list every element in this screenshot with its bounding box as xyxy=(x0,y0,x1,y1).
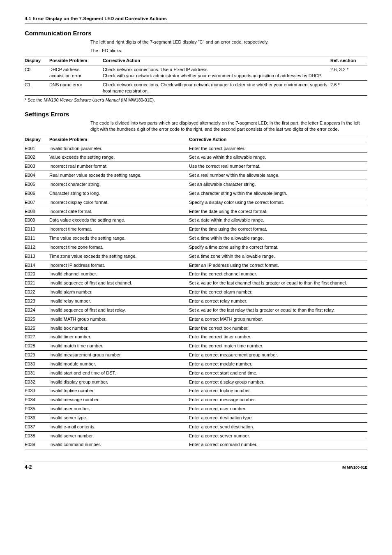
table-cell: Invalid tripline number. xyxy=(49,386,189,395)
table-cell: E034 xyxy=(25,395,49,405)
table-cell: Set a real number within the allowable r… xyxy=(189,171,367,180)
table-row: E036Invalid server type.Enter a correct … xyxy=(25,413,367,422)
table-row: E024Invalid sequence of first and last r… xyxy=(25,305,367,314)
table-cell: Specify a display color using the correc… xyxy=(189,198,367,207)
table-row: E029Invalid measurement group number.Ent… xyxy=(25,351,367,360)
table-cell: Invalid display group number. xyxy=(49,377,189,386)
table-cell: Time value exceeds the setting range. xyxy=(49,234,189,243)
table-cell: Incorrect date format. xyxy=(49,207,189,216)
table-cell: Enter a correct relay number. xyxy=(189,296,367,305)
table-cell: Enter the time using the correct format. xyxy=(189,225,367,234)
table-row: E011Time value exceeds the setting range… xyxy=(25,234,367,243)
table-cell: Incorrect time format. xyxy=(49,225,189,234)
table-row: E008Incorrect date format.Enter the date… xyxy=(25,207,367,216)
table-cell: Set a time within the allowable range. xyxy=(189,234,367,243)
table-cell: E006 xyxy=(25,189,49,198)
table-cell: E021 xyxy=(25,279,49,288)
table-row: E001Invalid function parameter.Enter the… xyxy=(25,144,367,153)
table-row: E013Time zone value exceeds the setting … xyxy=(25,252,367,261)
table-cell: Incorrect character string. xyxy=(49,180,189,189)
table-cell: 2.6 * xyxy=(330,80,367,95)
table-cell: E004 xyxy=(25,171,49,180)
comm-errors-heading: Communication Errors xyxy=(25,29,367,37)
table-cell: E009 xyxy=(25,216,49,225)
table-cell: Set a value for the last relay that is g… xyxy=(189,305,367,314)
table-cell: Set a value within the allowable range. xyxy=(189,153,367,162)
table-cell: Enter a correct start and end time. xyxy=(189,368,367,377)
table-cell: Value exceeds the setting range. xyxy=(49,153,189,162)
table-cell: Real number value exceeds the setting ra… xyxy=(49,171,189,180)
table-cell: Enter the correct parameter. xyxy=(189,144,367,153)
table-cell: E024 xyxy=(25,305,49,314)
table-row: E004Real number value exceeds the settin… xyxy=(25,171,367,180)
table-cell: E003 xyxy=(25,162,49,171)
table-cell: Set a date within the allowable range. xyxy=(189,216,367,225)
table-cell: Enter an IP address using the correct fo… xyxy=(189,261,367,270)
table-cell: Check network connections. Use a Fixed I… xyxy=(103,65,330,81)
table-cell: E030 xyxy=(25,359,49,368)
table-row: E014Incorrect IP address format.Enter an… xyxy=(25,261,367,270)
table-cell: Enter a correct command number. xyxy=(189,440,367,449)
footnote-pre: * See the xyxy=(25,97,44,102)
table-cell: Invalid function parameter. xyxy=(49,144,189,153)
table-cell: Enter the correct alarm number. xyxy=(189,288,367,297)
table-cell: Invalid MATH group number. xyxy=(49,314,189,324)
table-cell: Invalid sequence of first and last chann… xyxy=(49,279,189,288)
table-row: E022Invalid alarm number.Enter the corre… xyxy=(25,288,367,297)
table-cell: Enter a correct tripline number. xyxy=(189,386,367,395)
table-cell: Specify a time zone using the correct fo… xyxy=(189,243,367,252)
table-row: E030Invalid module number.Enter a correc… xyxy=(25,359,367,368)
table-row: E002Value exceeds the setting range.Set … xyxy=(25,153,367,162)
table-cell: Invalid server number. xyxy=(49,431,189,440)
table-cell: Enter the date using the correct format. xyxy=(189,207,367,216)
table-cell: Invalid timer number. xyxy=(49,333,189,342)
table-cell: C1 xyxy=(25,80,49,95)
table-row: E028Invalid match time number.Enter the … xyxy=(25,342,367,351)
doc-id: IM MW100-01E xyxy=(341,465,367,470)
table-cell: Invalid channel number. xyxy=(49,270,189,279)
table-cell: Invalid start and end time of DST. xyxy=(49,368,189,377)
table-cell: Set a time zone within the allowable ran… xyxy=(189,252,367,261)
table-cell: Enter a correct message number. xyxy=(189,395,367,405)
table-cell: Use the correct real number format. xyxy=(189,162,367,171)
table-cell: E001 xyxy=(25,144,49,153)
col-problem-header: Possible Problem xyxy=(49,56,103,65)
table-cell: E010 xyxy=(25,225,49,234)
table-cell: E033 xyxy=(25,386,49,395)
table-cell: Check network connections. Check with yo… xyxy=(103,80,330,95)
table-cell: Character string too long. xyxy=(49,189,189,198)
table-row: E020Invalid channel number.Enter the cor… xyxy=(25,270,367,279)
table-cell: Incorrect time zone format. xyxy=(49,243,189,252)
table-cell: Invalid sequence of first and last relay… xyxy=(49,305,189,314)
table-cell: Enter a correct user number. xyxy=(189,405,367,414)
table-row: E010Incorrect time format.Enter the time… xyxy=(25,225,367,234)
col-action-header: Corrective Action xyxy=(103,56,330,65)
table-row: E033Invalid tripline number.Enter a corr… xyxy=(25,386,367,395)
table-cell: Invalid alarm number. xyxy=(49,288,189,297)
table-cell: Invalid server type. xyxy=(49,413,189,422)
table-row: C1DNS name errorCheck network connection… xyxy=(25,80,367,95)
table-cell: Invalid e-mail contents. xyxy=(49,422,189,431)
table-cell: E022 xyxy=(25,288,49,297)
table-cell: E011 xyxy=(25,234,49,243)
table-cell: C0 xyxy=(25,65,49,81)
table-cell: E013 xyxy=(25,252,49,261)
settings-errors-heading: Settings Errors xyxy=(25,110,367,118)
table-cell: DHCP address acquisition error xyxy=(49,65,103,81)
table-cell: E029 xyxy=(25,351,49,360)
page-number: 4-2 xyxy=(25,464,32,470)
table-cell: Enter the correct match time number. xyxy=(189,342,367,351)
table-cell: E007 xyxy=(25,198,49,207)
comm-footnote: * See the MW100 Viewer Software User's M… xyxy=(25,97,367,103)
table-cell: Invalid measurement group number. xyxy=(49,351,189,360)
comm-intro-2: The LED blinks. xyxy=(90,48,367,54)
table-cell: E039 xyxy=(25,440,49,449)
table-cell: Incorrect IP address format. xyxy=(49,261,189,270)
table-cell: Enter a correct destination type. xyxy=(189,413,367,422)
table-cell: Enter a correct server number. xyxy=(189,431,367,440)
table-cell: E035 xyxy=(25,405,49,414)
table-cell: Enter the correct timer number. xyxy=(189,333,367,342)
table-row: E025Invalid MATH group number.Enter a co… xyxy=(25,314,367,324)
table-cell: E026 xyxy=(25,324,49,333)
table-cell: Set a character string within the allowa… xyxy=(189,189,367,198)
